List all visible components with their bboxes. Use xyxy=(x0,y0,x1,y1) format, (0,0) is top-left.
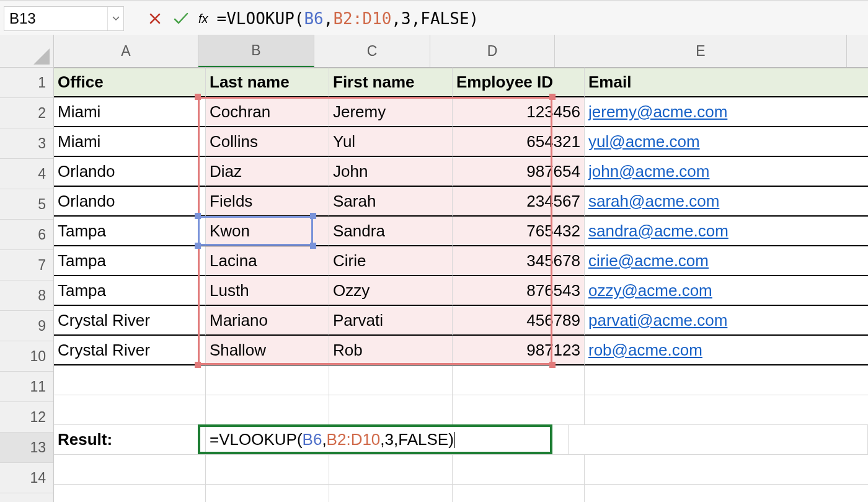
row-header-5[interactable]: 5 xyxy=(0,189,53,220)
formula-input[interactable]: =VLOOKUP(B6,B2:D10,3,FALSE) xyxy=(217,9,864,28)
email-link[interactable]: parvati@acme.com xyxy=(588,311,727,330)
column-header-a[interactable]: A xyxy=(54,35,198,67)
cell-e14[interactable] xyxy=(585,455,868,485)
cell-a11[interactable] xyxy=(54,365,206,395)
email-link[interactable]: jeremy@acme.com xyxy=(588,102,727,122)
cell-e9[interactable]: parvati@acme.com xyxy=(585,306,868,336)
cell-c15[interactable] xyxy=(329,485,453,502)
cell-a2[interactable]: Miami xyxy=(54,97,206,127)
cell-d15[interactable] xyxy=(453,485,585,502)
cell-e15[interactable] xyxy=(585,485,868,502)
cell-d3[interactable]: 654321 xyxy=(453,127,585,157)
name-box-dropdown[interactable] xyxy=(107,7,123,30)
cell-a7[interactable]: Tampa xyxy=(54,246,206,276)
cell-a5[interactable]: Orlando xyxy=(54,187,206,217)
column-header-c[interactable]: C xyxy=(314,35,430,67)
cell-b13[interactable]: =VLOOKUP(B6,B2:D10,3,FALSE) xyxy=(206,425,569,455)
row-header-9[interactable]: 9 xyxy=(0,311,53,341)
enter-button[interactable] xyxy=(169,7,193,30)
select-all-triangle[interactable] xyxy=(0,35,53,68)
cell-e2[interactable]: jeremy@acme.com xyxy=(585,97,868,127)
cell-c4[interactable]: John xyxy=(329,157,453,187)
cell-a10[interactable]: Crystal River xyxy=(54,336,206,365)
header-cell-a[interactable]: Office xyxy=(54,68,206,97)
cell-c3[interactable]: Yul xyxy=(329,127,453,157)
row-header-7[interactable]: 7 xyxy=(0,250,53,280)
cell-d5[interactable]: 234567 xyxy=(453,187,585,217)
cell-a8[interactable]: Tampa xyxy=(54,276,206,306)
cell-b7[interactable]: Lacina xyxy=(206,246,329,276)
cell-c8[interactable]: Ozzy xyxy=(329,276,453,306)
column-header-b[interactable]: B xyxy=(198,35,314,67)
cell-d10[interactable]: 987123 xyxy=(453,336,585,365)
email-link[interactable]: yul@acme.com xyxy=(588,132,700,151)
cell-a14[interactable] xyxy=(54,455,206,485)
cell-b10[interactable]: Shallow xyxy=(206,336,329,365)
cell-e7[interactable]: cirie@acme.com xyxy=(585,246,868,276)
row-header-12[interactable]: 12 xyxy=(0,402,53,433)
cancel-button[interactable] xyxy=(143,7,167,30)
column-header-e[interactable]: E xyxy=(555,35,847,67)
cell-e13[interactable] xyxy=(569,425,868,455)
cell-a12[interactable] xyxy=(54,395,206,425)
cell-b8[interactable]: Lusth xyxy=(206,276,329,306)
cell-e12[interactable] xyxy=(585,395,868,425)
result-label-cell[interactable]: Result: xyxy=(54,425,206,455)
row-header-8[interactable]: 8 xyxy=(0,280,53,311)
cell-e6[interactable]: sandra@acme.com xyxy=(585,217,868,246)
cell-b6[interactable]: Kwon xyxy=(206,217,329,246)
cell-a4[interactable]: Orlando xyxy=(54,157,206,187)
cell-d8[interactable]: 876543 xyxy=(453,276,585,306)
email-link[interactable]: cirie@acme.com xyxy=(588,251,709,271)
email-link[interactable]: john@acme.com xyxy=(588,162,709,181)
name-box[interactable] xyxy=(4,7,107,30)
row-header-10[interactable]: 10 xyxy=(0,341,53,372)
row-header-14[interactable]: 14 xyxy=(0,463,53,493)
cell-d11[interactable] xyxy=(453,365,585,395)
row-header-11[interactable]: 11 xyxy=(0,372,53,402)
cell-b3[interactable]: Collins xyxy=(206,127,329,157)
column-header-d[interactable]: D xyxy=(430,35,555,67)
cell-e5[interactable]: sarah@acme.com xyxy=(585,187,868,217)
cell-d7[interactable]: 345678 xyxy=(453,246,585,276)
cell-c11[interactable] xyxy=(329,365,453,395)
cell-e11[interactable] xyxy=(585,365,868,395)
header-cell-e[interactable]: Email xyxy=(585,68,868,97)
cell-c9[interactable]: Parvati xyxy=(329,306,453,336)
cell-d6[interactable]: 765432 xyxy=(453,217,585,246)
cell-d12[interactable] xyxy=(453,395,585,425)
cell-c5[interactable]: Sarah xyxy=(329,187,453,217)
row-header-4[interactable]: 4 xyxy=(0,159,53,189)
email-link[interactable]: sarah@acme.com xyxy=(588,192,719,211)
cell-c2[interactable]: Jeremy xyxy=(329,97,453,127)
cell-d14[interactable] xyxy=(453,455,585,485)
cell-b14[interactable] xyxy=(206,455,329,485)
row-header-15[interactable]: 15 xyxy=(0,493,53,502)
cell-a3[interactable]: Miami xyxy=(54,127,206,157)
cell-d4[interactable]: 987654 xyxy=(453,157,585,187)
cell-e4[interactable]: john@acme.com xyxy=(585,157,868,187)
cell-e3[interactable]: yul@acme.com xyxy=(585,127,868,157)
cell-d2[interactable]: 123456 xyxy=(453,97,585,127)
email-link[interactable]: rob@acme.com xyxy=(588,341,702,360)
header-cell-d[interactable]: Employee ID xyxy=(453,68,585,97)
header-cell-c[interactable]: First name xyxy=(329,68,453,97)
email-link[interactable]: sandra@acme.com xyxy=(588,222,728,241)
cell-b15[interactable] xyxy=(206,485,329,502)
cell-c12[interactable] xyxy=(329,395,453,425)
row-header-13[interactable]: 13 xyxy=(0,433,53,463)
header-cell-b[interactable]: Last name xyxy=(206,68,329,97)
cell-a6[interactable]: Tampa xyxy=(54,217,206,246)
cell-d9[interactable]: 456789 xyxy=(453,306,585,336)
row-header-6[interactable]: 6 xyxy=(0,220,53,250)
cell-b9[interactable]: Mariano xyxy=(206,306,329,336)
cells-area[interactable]: OfficeLast nameFirst nameEmployee IDEmai… xyxy=(54,68,868,502)
cell-c14[interactable] xyxy=(329,455,453,485)
cell-c10[interactable]: Rob xyxy=(329,336,453,365)
cell-b4[interactable]: Diaz xyxy=(206,157,329,187)
row-header-2[interactable]: 2 xyxy=(0,98,53,128)
cell-c7[interactable]: Cirie xyxy=(329,246,453,276)
cell-e10[interactable]: rob@acme.com xyxy=(585,336,868,365)
cell-b12[interactable] xyxy=(206,395,329,425)
row-header-1[interactable]: 1 xyxy=(0,68,53,98)
